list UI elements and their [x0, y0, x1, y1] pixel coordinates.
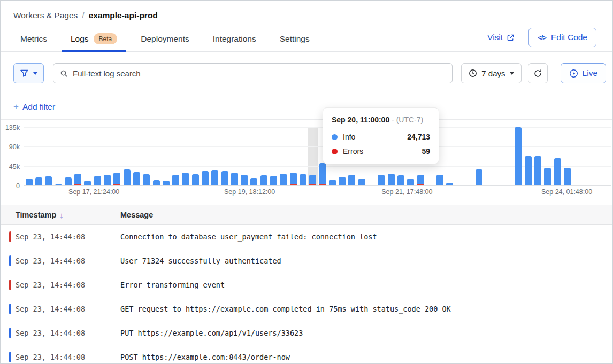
tab-integrations[interactable]: Integrations [212, 29, 257, 51]
tooltip-timestamp: Sep 20, 11:00:00 [332, 115, 389, 124]
search-icon [60, 69, 68, 78]
chart-bar-slot[interactable] [494, 127, 503, 185]
chart-bar-slot[interactable] [279, 127, 288, 185]
add-filter-button[interactable]: + Add filter [1, 95, 612, 120]
chart-bar-slot[interactable] [142, 127, 151, 185]
chart-bar-slot[interactable] [474, 127, 484, 185]
chart-bar-slot[interactable] [210, 127, 220, 185]
chart-bar-slot[interactable] [602, 127, 611, 185]
time-range-dropdown[interactable]: 7 days [461, 63, 521, 83]
edit-code-button[interactable]: </> Edit Code [528, 28, 596, 47]
log-timestamp: Sep 23, 14:44:08 [16, 305, 120, 313]
chart-bar-slot[interactable] [83, 127, 93, 185]
chart-bar-slot[interactable] [171, 127, 180, 185]
play-circle-icon [569, 69, 578, 78]
chart-bar-slot[interactable] [190, 127, 200, 185]
chart-bar-slot[interactable] [288, 127, 298, 185]
chart-bar-slot[interactable] [504, 127, 514, 185]
x-tick: Sep 17, 21:24:00 [68, 188, 119, 196]
chart-bar-slot[interactable] [445, 127, 455, 185]
chart-bar-slot[interactable] [562, 127, 572, 185]
chart-bar-slot[interactable] [259, 127, 269, 185]
log-table: Timestamp ↓ Message Sep 23, 14:44:08 Con… [1, 205, 612, 364]
refresh-button[interactable] [528, 63, 548, 83]
log-row[interactable]: Sep 23, 14:44:08 User 71324 successfully… [1, 249, 612, 273]
live-button[interactable]: Live [561, 63, 606, 83]
code-icon: </> [538, 34, 546, 42]
errors-dot-icon [332, 149, 338, 154]
refresh-icon [533, 69, 542, 78]
chart-bar-slot[interactable] [63, 127, 73, 185]
chart-bar-slot[interactable] [543, 127, 553, 185]
chart-bar-slot[interactable] [553, 127, 562, 185]
visit-link[interactable]: Visit [487, 33, 515, 42]
chart-bar-slot[interactable] [582, 127, 592, 185]
log-search-box[interactable] [53, 63, 453, 83]
log-level-indicator [9, 280, 11, 290]
breadcrumb-parent[interactable]: Workers & Pages [13, 11, 78, 20]
log-message: PUT https://example.com/api/v1/users/336… [120, 329, 303, 337]
chart-bar-slot[interactable] [298, 127, 308, 185]
chart-bar-slot[interactable] [464, 127, 474, 185]
x-tick: Sep 21, 17:48:00 [381, 188, 432, 196]
chart-bar-slot[interactable] [112, 127, 122, 185]
tab-metrics[interactable]: Metrics [19, 29, 48, 51]
chart-bar-slot[interactable] [53, 127, 63, 185]
gridline-90k [24, 146, 611, 147]
chart-bar-slot[interactable] [181, 127, 190, 185]
chart-bar-slot[interactable] [122, 127, 132, 185]
log-message: Error transforming event [120, 281, 225, 289]
chart-bar-slot[interactable] [523, 127, 533, 185]
tab-settings[interactable]: Settings [279, 29, 311, 51]
chart-bar-slot[interactable] [514, 127, 523, 185]
chart-plot [24, 127, 611, 186]
chart-bar-slot[interactable] [572, 127, 582, 185]
log-row[interactable]: Sep 23, 14:44:08 Connection to database … [1, 225, 612, 249]
chart-bar-slot[interactable] [34, 127, 43, 185]
log-level-indicator [9, 255, 11, 266]
chart-bar-slot[interactable] [132, 127, 141, 185]
plus-icon: + [13, 102, 19, 112]
tab-logs[interactable]: Logs Beta [70, 28, 118, 51]
chart-bar-slot[interactable] [269, 127, 278, 185]
chart-bar-slot[interactable] [44, 127, 53, 185]
log-timestamp: Sep 23, 14:44:08 [16, 281, 120, 289]
log-row[interactable]: Sep 23, 14:44:08 Error transforming even… [1, 273, 612, 297]
chart-bar-slot[interactable] [161, 127, 171, 185]
chart-bar-slot[interactable] [200, 127, 210, 185]
chart-bar-slot[interactable] [73, 127, 82, 185]
search-input[interactable] [73, 69, 446, 78]
chart-bar-slot[interactable] [151, 127, 161, 185]
chart-bar-slot[interactable] [220, 127, 229, 185]
log-table-header: Timestamp ↓ Message [1, 205, 612, 225]
column-header-timestamp[interactable]: Timestamp ↓ [16, 211, 120, 220]
chart-bar-slot[interactable] [229, 127, 239, 185]
gridline-135k [24, 127, 611, 128]
tab-deployments[interactable]: Deployments [140, 29, 190, 51]
log-level-indicator [9, 304, 11, 314]
log-row[interactable]: Sep 23, 14:44:08 GET request to https://… [1, 297, 612, 321]
chart-bar-slot[interactable] [592, 127, 601, 185]
log-toolbar: 7 days Live [1, 52, 612, 95]
log-row[interactable]: Sep 23, 14:44:08 POST https://example.co… [1, 345, 612, 364]
chart-bar-slot[interactable] [102, 127, 112, 185]
chart-bar-slot[interactable] [24, 127, 34, 185]
chart-bar-hovered[interactable] [308, 127, 318, 185]
chart-bar-slot[interactable] [533, 127, 542, 185]
chart-bar-slot[interactable] [93, 127, 102, 185]
y-tick: 90k [1, 143, 20, 151]
chart-bar-slot[interactable] [240, 127, 249, 185]
log-volume-chart: 135k 90k 45k 0 Sep 17, 21:24:00Sep 19, 1… [1, 120, 612, 198]
breadcrumb-separator: / [82, 11, 84, 20]
sort-desc-icon: ↓ [59, 211, 64, 220]
log-row[interactable]: Sep 23, 14:44:08 PUT https://example.com… [1, 321, 612, 345]
y-tick: 135k [1, 124, 20, 131]
breadcrumb: Workers & Pages / example-api-prod [1, 1, 612, 20]
chart-bar-slot[interactable] [484, 127, 494, 185]
filter-funnel-icon [20, 69, 29, 78]
log-table-body: Sep 23, 14:44:08 Connection to database … [1, 225, 612, 364]
chart-bar-slot[interactable] [455, 127, 464, 185]
chart-bar-slot[interactable] [249, 127, 259, 185]
log-timestamp: Sep 23, 14:44:08 [16, 257, 120, 265]
filter-dropdown-button[interactable] [13, 63, 44, 83]
